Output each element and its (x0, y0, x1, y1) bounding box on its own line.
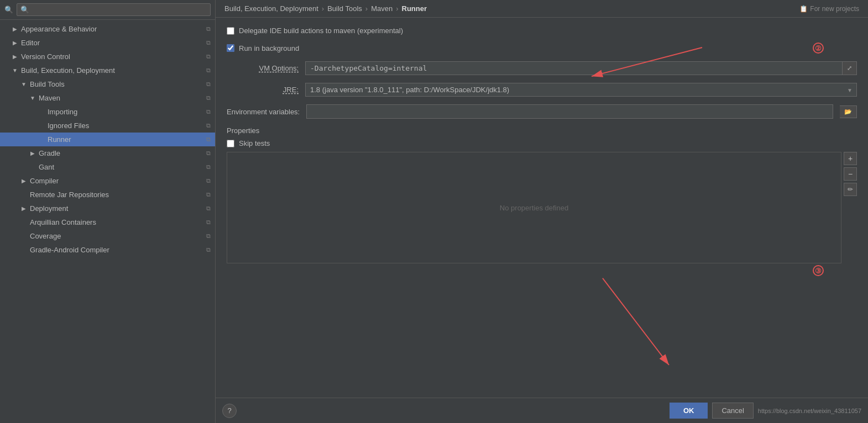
breadcrumb-sep: › (365, 4, 368, 13)
sidebar-item-build-execution[interactable]: Build, Execution, Deployment ⧉ (0, 64, 215, 77)
vm-options-input[interactable] (305, 61, 843, 75)
sidebar-item-label: Build Tools (30, 80, 65, 88)
delegate-checkbox[interactable] (227, 27, 234, 35)
sidebar-item-deployment[interactable]: Deployment ⧉ (0, 202, 215, 215)
sidebar-item-editor[interactable]: Editor ⧉ (0, 36, 215, 50)
breadcrumb-item-2: Build Tools (327, 4, 362, 13)
sidebar-item-label: Gradle-Android Compiler (30, 246, 109, 254)
sidebar-item-label: Remote Jar Repositories (30, 191, 109, 199)
triangle-icon (11, 26, 19, 32)
add-property-btn[interactable]: + (844, 152, 857, 165)
copy-icon: ⧉ (206, 53, 211, 60)
triangle-icon (20, 205, 28, 212)
no-properties-text: No properties defined (227, 152, 841, 263)
copy-icon: ⧉ (206, 81, 211, 88)
triangle-icon (11, 54, 19, 60)
sidebar-item-version-control[interactable]: Version Control ⧉ (0, 50, 215, 64)
sidebar-item-maven[interactable]: Maven ⧉ (0, 91, 215, 105)
properties-table: No properties defined (227, 152, 841, 263)
annotation-circle-3: ③ (813, 265, 824, 276)
sidebar-item-remote-jar[interactable]: Remote Jar Repositories ⧉ (0, 188, 215, 202)
run-background-checkbox[interactable] (227, 44, 234, 52)
annotation-circle-2: ② (813, 43, 824, 54)
copy-icon: ⧉ (206, 219, 211, 226)
search-input[interactable] (17, 3, 211, 16)
sidebar-item-label: Appearance & Behavior (21, 25, 97, 33)
sidebar-item-label: Ignored Files (48, 121, 89, 130)
jre-row: JRE: 1.8 (java version "1.8.0_111", path… (227, 83, 857, 97)
copy-icon: ⧉ (206, 191, 211, 198)
sidebar-item-coverage[interactable]: Coverage ⧉ (0, 229, 215, 243)
sidebar-item-runner[interactable]: Runner ⧉ ① (0, 133, 215, 146)
breadcrumb-sep: › (396, 4, 398, 13)
main-container: 🔍 Appearance & Behavior ⧉ Editor (0, 0, 868, 423)
properties-table-container: No properties defined + − ✏ (227, 152, 857, 263)
sidebar-item-label: Importing (48, 108, 77, 116)
sidebar-item-label: Maven (39, 94, 60, 102)
copy-icon: ⧉ (206, 246, 211, 253)
triangle-icon (11, 67, 19, 73)
triangle-icon (29, 150, 36, 156)
breadcrumb-item-3: Maven (371, 4, 393, 13)
breadcrumb-item-1: Build, Execution, Deployment (224, 4, 318, 13)
sidebar-item-appearance[interactable]: Appearance & Behavior ⧉ (0, 22, 215, 36)
copy-icon: ⧉ (206, 205, 211, 212)
delegate-label: Delegate IDE build actions to maven (exp… (239, 27, 403, 35)
remove-property-btn[interactable]: − (844, 167, 857, 181)
sidebar-item-gradle-android[interactable]: Gradle-Android Compiler ⧉ (0, 243, 215, 257)
bottom-bar: ? OK Cancel https://blog.csdn.net/weixin… (216, 398, 868, 423)
sidebar-item-compiler[interactable]: Compiler ⧉ (0, 174, 215, 188)
vm-options-expand-btn[interactable]: ⤢ (843, 61, 857, 75)
triangle-icon (20, 81, 28, 87)
sidebar-item-label: Editor (21, 39, 40, 47)
sidebar: 🔍 Appearance & Behavior ⧉ Editor (0, 0, 216, 423)
svg-line-2 (603, 278, 669, 365)
copy-icon: ⧉ (206, 67, 211, 74)
jre-label: JRE: (227, 86, 299, 94)
sidebar-item-arquillian[interactable]: Arquillian Containers ⧉ (0, 215, 215, 229)
copy-icon: ⧉ (206, 163, 211, 171)
sidebar-item-label: Deployment (30, 204, 68, 213)
content-area: Delegate IDE build actions to maven (exp… (216, 18, 868, 398)
skip-tests-checkbox[interactable] (227, 140, 234, 147)
skip-tests-label: Skip tests (239, 139, 270, 147)
help-button[interactable]: ? (222, 404, 237, 418)
jre-select[interactable]: 1.8 (java version "1.8.0_111", path: D:/… (305, 83, 857, 97)
jre-select-wrap: 1.8 (java version "1.8.0_111", path: D:/… (305, 83, 857, 97)
run-background-row: Run in background ② (227, 43, 857, 54)
cancel-button[interactable]: Cancel (712, 403, 753, 419)
sidebar-item-label: Gradle (39, 149, 60, 157)
sidebar-item-gradle[interactable]: Gradle ⧉ (0, 146, 215, 160)
triangle-icon (29, 95, 36, 101)
copy-icon: ⧉ (206, 94, 211, 102)
vm-options-label: VM Options: (227, 64, 299, 72)
properties-header: Properties (227, 126, 857, 135)
url-bar: https://blog.csdn.net/weixin_43811057 (758, 408, 861, 414)
skip-tests-row: Skip tests (227, 139, 857, 147)
annotation-circle-3-wrap: ③ (813, 265, 824, 276)
copy-icon: ⧉ (206, 150, 211, 157)
env-variables-browse-btn[interactable]: 📂 (840, 105, 857, 118)
delegate-checkbox-row: Delegate IDE build actions to maven (exp… (227, 27, 857, 35)
copy-icon: ⧉ (206, 39, 211, 46)
properties-action-buttons: + − ✏ (844, 152, 857, 196)
sidebar-item-label: Coverage (30, 232, 61, 240)
sidebar-item-ignored-files[interactable]: Ignored Files ⧉ (0, 119, 215, 133)
copy-icon: ⧉ (206, 25, 211, 33)
run-background-label: Run in background (239, 44, 299, 52)
bottom-right: OK Cancel https://blog.csdn.net/weixin_4… (670, 403, 861, 419)
env-variables-input[interactable] (306, 104, 833, 119)
sidebar-item-build-tools[interactable]: Build Tools ⧉ (0, 77, 215, 91)
sidebar-item-importing[interactable]: Importing ⧉ (0, 105, 215, 119)
copy-icon: ⧉ (206, 177, 211, 184)
sidebar-item-gant[interactable]: Gant ⧉ (0, 160, 215, 174)
copy-icon: ⧉ (206, 122, 211, 129)
ok-button[interactable]: OK (670, 403, 708, 419)
search-icon: 🔍 (4, 6, 13, 14)
triangle-icon (20, 178, 28, 184)
right-panel: Build, Execution, Deployment › Build Too… (216, 0, 868, 423)
breadcrumb-bar: Build, Execution, Deployment › Build Too… (216, 0, 868, 18)
search-bar[interactable]: 🔍 (0, 0, 215, 20)
env-variables-label: Environment variables: (227, 108, 300, 116)
edit-property-btn[interactable]: ✏ (844, 183, 857, 196)
